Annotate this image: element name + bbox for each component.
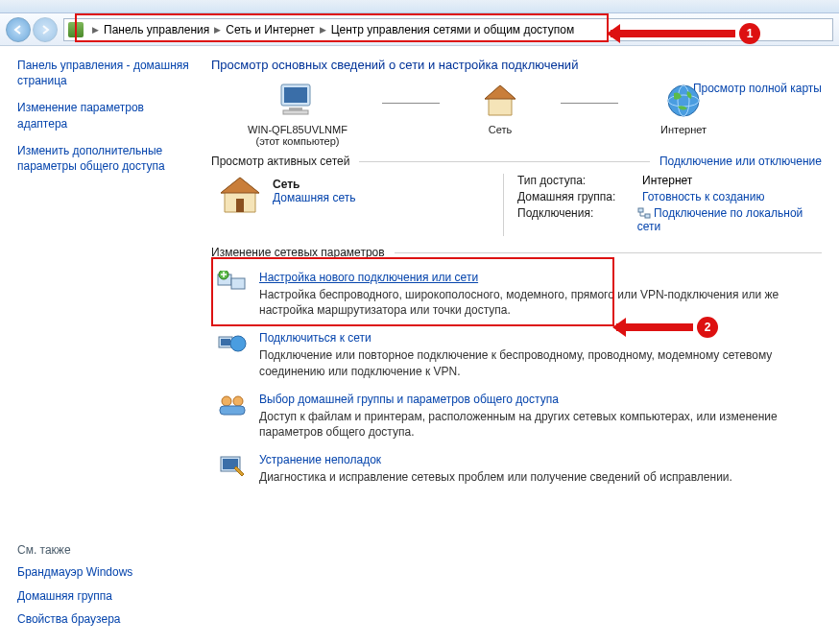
access-type-value: Интернет [642, 174, 692, 187]
svg-point-15 [230, 336, 246, 351]
network-map: WIN-QFL85UVLNMF (этот компьютер) Сеть Ин… [240, 82, 822, 147]
breadcrumb-control-panel[interactable]: Панель управления [104, 23, 209, 36]
node-network-name: Сеть [467, 124, 534, 135]
svg-rect-14 [221, 339, 230, 346]
chevron-right-icon: ▶ [89, 25, 102, 35]
lan-icon [637, 207, 651, 219]
node-this-computer-name: WIN-QFL85UVLNMF [240, 124, 355, 135]
network-house-icon [477, 82, 523, 120]
sidebar-browser-link[interactable]: Свойства браузера [17, 611, 194, 627]
forward-button[interactable] [33, 17, 58, 42]
breadcrumb[interactable]: ▶ Панель управления ▶ Сеть и Интернет ▶ … [63, 18, 833, 41]
network-type-link[interactable]: Домашняя сеть [273, 191, 355, 204]
address-bar-row: ▶ Панель управления ▶ Сеть и Интернет ▶ … [0, 13, 839, 46]
svg-rect-3 [283, 110, 308, 114]
svg-rect-11 [231, 278, 245, 289]
connect-disconnect-link[interactable]: Подключение или отключение [659, 155, 822, 168]
active-networks-label: Просмотр активных сетей [211, 155, 349, 168]
breadcrumb-network-center[interactable]: Центр управления сетями и общим доступом [331, 23, 575, 36]
back-button[interactable] [6, 17, 31, 42]
sidebar-firewall-link[interactable]: Брандмауэр Windows [17, 564, 194, 580]
connections-value-link[interactable]: Подключение по локальной сети [637, 206, 822, 233]
new-connection-icon [217, 271, 248, 298]
task-connect-network-desc: Подключение или повторное подключение к … [259, 347, 816, 378]
task-new-connection-desc: Настройка беспроводного, широкополосного… [259, 287, 816, 318]
main-content: Просмотр основных сведений о сети и наст… [204, 46, 839, 644]
chevron-right-icon: ▶ [211, 25, 224, 35]
homegroup-sharing-icon [217, 393, 248, 419]
access-type-label: Тип доступа: [517, 174, 642, 187]
computer-icon [275, 82, 321, 120]
see-also-label: См. также [17, 543, 194, 557]
home-network-icon [217, 174, 263, 216]
sidebar-homegroup-link[interactable]: Домашняя группа [17, 588, 194, 604]
connect-network-icon [217, 331, 248, 358]
svg-point-17 [233, 396, 243, 406]
sidebar-sharing-link[interactable]: Изменить дополнительные параметры общего… [17, 143, 194, 174]
svg-rect-9 [645, 214, 650, 218]
change-settings-label: Изменение сетевых параметров [211, 246, 385, 259]
task-homegroup-link[interactable]: Выбор домашней группы и параметров общег… [259, 393, 816, 406]
sidebar-adapter-link[interactable]: Изменение параметров адаптера [17, 100, 194, 131]
sidebar: Панель управления - домашняя страница Из… [0, 46, 204, 644]
page-title: Просмотр основных сведений о сети и наст… [211, 58, 822, 72]
chevron-right-icon: ▶ [317, 25, 329, 35]
control-panel-icon [68, 22, 84, 37]
task-troubleshoot-link[interactable]: Устранение неполадок [259, 453, 732, 466]
task-new-connection-link[interactable]: Настройка нового подключения или сети [259, 271, 816, 284]
homegroup-label: Домашняя группа: [517, 190, 642, 203]
breadcrumb-network-internet[interactable]: Сеть и Интернет [226, 23, 314, 36]
troubleshoot-icon [217, 453, 248, 480]
task-troubleshoot-desc: Диагностика и исправление сетевых пробле… [259, 469, 732, 485]
sidebar-home-link[interactable]: Панель управления - домашняя страница [17, 58, 194, 88]
svg-point-4 [668, 85, 699, 116]
connections-label: Подключения: [517, 206, 637, 233]
node-internet-name: Интернет [645, 124, 722, 135]
svg-rect-8 [638, 208, 643, 212]
task-connect-network-link[interactable]: Подключиться к сети [259, 331, 816, 345]
svg-rect-18 [220, 406, 245, 415]
svg-rect-1 [284, 87, 307, 103]
task-homegroup-desc: Доступ к файлам и принтерам, расположенн… [259, 409, 816, 440]
svg-point-16 [222, 396, 231, 406]
svg-rect-7 [236, 199, 244, 212]
internet-globe-icon [660, 82, 707, 120]
network-name: Сеть [273, 178, 355, 191]
homegroup-value-link[interactable]: Готовность к созданию [642, 190, 764, 203]
node-this-computer-sub: (этот компьютер) [240, 135, 355, 147]
